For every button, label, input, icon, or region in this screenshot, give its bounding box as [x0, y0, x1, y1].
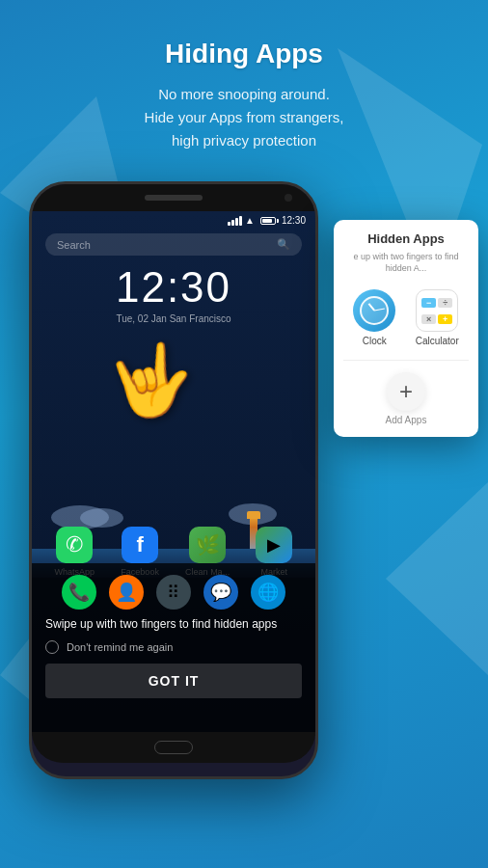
browser-icon: 🌐 — [251, 575, 285, 610]
partial-dock-row: 📞 👤 ⠿ 💬 🌐 — [45, 575, 302, 610]
tooltip-text: Swipe up with two fingers to find hidden… — [45, 615, 302, 633]
dont-remind-checkbox[interactable] — [45, 640, 59, 654]
battery-icon — [260, 217, 276, 225]
whatsapp-icon: ✆ — [56, 527, 93, 563]
wifi-icon: ▲ — [245, 215, 255, 226]
clock-time-display: 12:30 — [32, 263, 315, 312]
dock-item-5[interactable]: 🌐 — [251, 575, 285, 610]
add-apps-section[interactable]: + Add Apps — [334, 361, 478, 437]
status-time: 12:30 — [282, 215, 306, 226]
status-icons: ▲ 12:30 — [228, 215, 306, 226]
hand-gesture-icon: 🤟 — [103, 335, 200, 427]
add-apps-label: Add Apps — [386, 415, 427, 425]
tooltip-checkbox-row: Don't remind me again — [45, 640, 302, 654]
hidden-panel-subtitle: e up with two fingers to find hidden A..… — [334, 252, 478, 282]
clock-app-icon — [353, 289, 395, 332]
dock-item-4[interactable]: 💬 — [203, 575, 238, 610]
page-title: Hiding Apps — [29, 39, 459, 69]
clean-master-icon: 🌿 — [189, 527, 226, 563]
dock-item-2[interactable]: 👤 — [109, 575, 144, 610]
signal-bar-3 — [235, 218, 238, 226]
calculator-app-label: Calculator — [416, 336, 459, 346]
phone-camera — [285, 194, 292, 202]
dock-item-1[interactable]: 📞 — [62, 575, 96, 610]
clock-face — [360, 296, 389, 325]
status-bar: ▲ 12:30 — [32, 211, 315, 230]
signal-bar-2 — [231, 220, 234, 226]
apps-icon: ⠿ — [156, 575, 191, 610]
list-item[interactable]: − ÷ × + Calculator — [416, 289, 459, 346]
header: Hiding Apps No more snooping around. Hid… — [0, 0, 488, 172]
clock-minute-hand — [374, 309, 385, 312]
calc-cell-3: × — [421, 314, 436, 324]
market-icon: ▶ — [256, 527, 292, 563]
clock-app-label: Clock — [363, 336, 387, 346]
calculator-app-icon: − ÷ × + — [416, 289, 458, 332]
clock-date-display: Tue, 02 Jan San Francisco — [32, 313, 315, 324]
dont-remind-label: Don't remind me again — [67, 641, 173, 653]
calc-cell-4: + — [438, 314, 452, 324]
hidden-apps-list: Clock − ÷ × + Calculator — [334, 282, 478, 360]
page-subtitle: No more snooping around. Hide your Apps … — [29, 83, 459, 152]
hidden-apps-panel: Hidden Apps e up with two fingers to fin… — [334, 220, 478, 437]
facebook-icon: f — [122, 527, 158, 563]
search-placeholder: Search — [57, 239, 91, 251]
calc-cell-2: ÷ — [438, 298, 452, 308]
main-area: ▲ 12:30 Search 🔍 12:30 Tue, 02 Jan San F… — [0, 181, 488, 837]
phone-bottom-bar — [32, 732, 315, 763]
dock-item-3[interactable]: ⠿ — [156, 575, 191, 610]
calc-cell-1: − — [421, 298, 436, 308]
clock-display: 12:30 Tue, 02 Jan San Francisco — [32, 263, 315, 324]
contacts-icon: 👤 — [109, 575, 144, 610]
got-it-button[interactable]: GOT IT — [45, 664, 302, 698]
search-bar[interactable]: Search 🔍 — [45, 233, 302, 256]
add-apps-icon: + — [387, 372, 425, 411]
phone-icon: 📞 — [62, 575, 96, 610]
phone-top-bar — [32, 184, 315, 211]
tooltip-overlay: 📞 👤 ⠿ 💬 🌐 Swipe up with two fin — [32, 563, 315, 732]
phone-speaker — [145, 195, 203, 201]
list-item[interactable]: Clock — [353, 289, 395, 346]
hidden-panel-title: Hidden Apps — [334, 220, 478, 252]
search-icon: 🔍 — [277, 238, 290, 251]
lighthouse-top — [247, 511, 260, 519]
messages-icon: 💬 — [203, 575, 238, 610]
signal-bar-1 — [228, 222, 230, 226]
home-button[interactable] — [154, 741, 193, 754]
phone-mockup: ▲ 12:30 Search 🔍 12:30 Tue, 02 Jan San F… — [29, 181, 318, 779]
phone-screen: ▲ 12:30 Search 🔍 12:30 Tue, 02 Jan San F… — [32, 211, 315, 732]
signal-bar-4 — [239, 216, 242, 226]
